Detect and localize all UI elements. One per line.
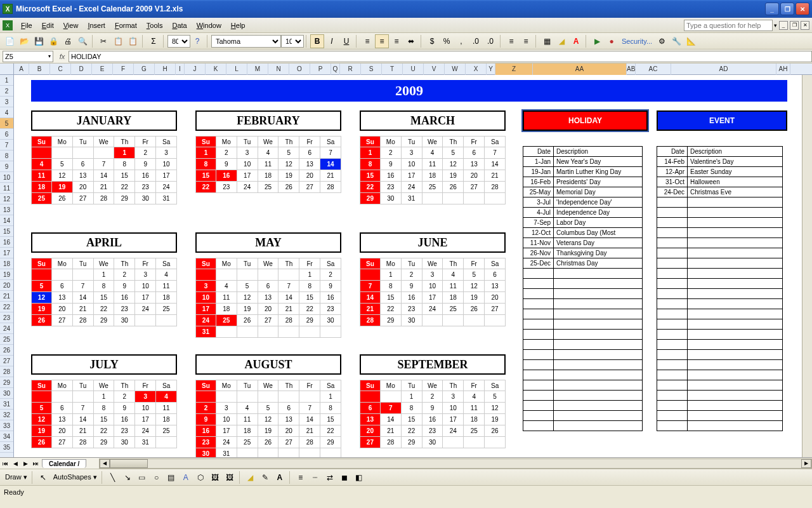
list-row[interactable] [657, 421, 783, 431]
day-cell[interactable]: 2 [114, 269, 135, 281]
select-objects-button[interactable]: ↖ [36, 471, 50, 485]
list-row[interactable] [657, 330, 783, 340]
day-cell[interactable]: 2 [135, 147, 156, 159]
day-cell[interactable] [94, 147, 115, 159]
row-header-17[interactable]: 17 [0, 248, 13, 258]
list-row[interactable] [657, 340, 783, 350]
day-cell[interactable]: 2 [216, 147, 237, 159]
day-cell[interactable] [278, 448, 299, 457]
day-cell[interactable]: 29 [360, 193, 381, 204]
help-search-input[interactable] [684, 20, 773, 31]
list-row[interactable]: 1-JanNew Year's Day [523, 157, 643, 167]
day-cell[interactable] [320, 326, 341, 338]
day-cell[interactable]: 1 [94, 391, 115, 403]
row-header-35[interactable]: 35 [0, 442, 13, 453]
font-color-button[interactable]: A [569, 34, 583, 48]
paste-button[interactable]: 📋 [126, 34, 140, 48]
col-header-N[interactable]: N [268, 64, 289, 75]
day-cell[interactable]: 23 [135, 182, 156, 193]
row-header-12[interactable]: 12 [0, 194, 13, 204]
day-cell[interactable]: 6 [278, 403, 299, 414]
day-cell[interactable] [381, 391, 402, 403]
day-cell[interactable]: 19 [52, 182, 73, 193]
day-cell[interactable] [31, 147, 52, 159]
day-cell[interactable]: 16 [195, 425, 216, 437]
day-cell[interactable]: 8 [114, 159, 135, 170]
shadow-button[interactable]: ◼ [337, 471, 351, 485]
save-button[interactable]: 💾 [32, 34, 46, 48]
event-header-cell[interactable]: EVENT [657, 110, 787, 131]
row-header-11[interactable]: 11 [0, 183, 13, 194]
day-cell[interactable] [464, 193, 485, 204]
day-cell[interactable]: 7 [278, 281, 299, 292]
day-cell[interactable]: 4 [422, 147, 443, 159]
day-cell[interactable]: 14 [485, 159, 506, 170]
day-cell[interactable] [135, 315, 156, 326]
col-header-AA[interactable]: AA [533, 64, 627, 75]
day-cell[interactable]: 31 [216, 448, 237, 457]
row-header-18[interactable]: 18 [0, 258, 13, 269]
borders-button[interactable]: ▦ [540, 34, 554, 48]
increase-decimal-button[interactable]: .0 [469, 34, 483, 48]
day-cell[interactable]: 7 [485, 147, 506, 159]
day-cell[interactable]: 16 [135, 170, 156, 182]
list-row[interactable] [657, 299, 783, 309]
col-header-R[interactable]: R [340, 64, 361, 75]
cut-button[interactable]: ✂ [96, 34, 110, 48]
scroll-left-button[interactable]: ◀ [100, 459, 110, 468]
day-cell[interactable] [485, 315, 506, 326]
day-cell[interactable]: 28 [381, 437, 402, 448]
day-cell[interactable]: 3 [443, 391, 464, 403]
list-row[interactable] [523, 330, 643, 340]
picture-button[interactable]: 🖼 [223, 471, 237, 485]
day-cell[interactable]: 9 [114, 281, 135, 292]
day-cell[interactable]: 23 [402, 304, 422, 315]
day-cell[interactable]: 29 [94, 315, 115, 326]
list-row[interactable] [523, 370, 643, 380]
day-cell[interactable]: 7 [73, 403, 94, 414]
day-cell[interactable]: 8 [94, 403, 115, 414]
day-cell[interactable] [422, 315, 443, 326]
list-row[interactable] [657, 360, 783, 370]
name-box[interactable]: Z5▾ [3, 51, 53, 62]
list-row[interactable] [657, 238, 783, 248]
day-cell[interactable]: 27 [485, 304, 506, 315]
percent-button[interactable]: % [440, 34, 454, 48]
row-header-7[interactable]: 7 [0, 140, 13, 150]
day-cell[interactable] [278, 326, 299, 338]
list-row[interactable] [523, 279, 643, 289]
row-header-24[interactable]: 24 [0, 323, 13, 334]
day-cell[interactable]: 31 [195, 326, 216, 338]
day-cell[interactable]: 4 [216, 281, 237, 292]
day-cell[interactable]: 17 [195, 304, 216, 315]
row-header-28[interactable]: 28 [0, 366, 13, 377]
day-cell[interactable]: 15 [360, 170, 381, 182]
day-cell[interactable]: 28 [299, 437, 320, 448]
day-cell[interactable]: 24 [195, 315, 216, 326]
increase-indent-button[interactable]: ≡ [519, 34, 533, 48]
day-cell[interactable] [52, 147, 73, 159]
day-cell[interactable]: 12 [443, 159, 464, 170]
horizontal-scrollbar[interactable]: ◀ ▶ [99, 458, 812, 469]
day-cell[interactable]: 29 [381, 315, 402, 326]
day-cell[interactable]: 1 [360, 147, 381, 159]
day-cell[interactable]: 12 [237, 292, 258, 304]
col-header-D[interactable]: D [71, 64, 92, 75]
day-cell[interactable]: 3 [216, 403, 237, 414]
day-cell[interactable] [258, 448, 279, 457]
day-cell[interactable]: 4 [443, 269, 464, 281]
list-row[interactable] [657, 248, 783, 258]
day-cell[interactable]: 25 [156, 304, 177, 315]
day-cell[interactable]: 5 [443, 147, 464, 159]
day-cell[interactable]: 5 [31, 403, 52, 414]
permission-button[interactable]: 🔒 [46, 34, 60, 48]
day-cell[interactable]: 23 [422, 425, 443, 437]
day-cell[interactable]: 16 [422, 414, 443, 425]
day-cell[interactable]: 20 [360, 425, 381, 437]
day-cell[interactable] [485, 437, 506, 448]
day-cell[interactable]: 26 [485, 425, 506, 437]
row-header-27[interactable]: 27 [0, 356, 13, 366]
day-cell[interactable] [258, 269, 279, 281]
day-cell[interactable] [216, 391, 237, 403]
list-row[interactable] [523, 421, 643, 431]
